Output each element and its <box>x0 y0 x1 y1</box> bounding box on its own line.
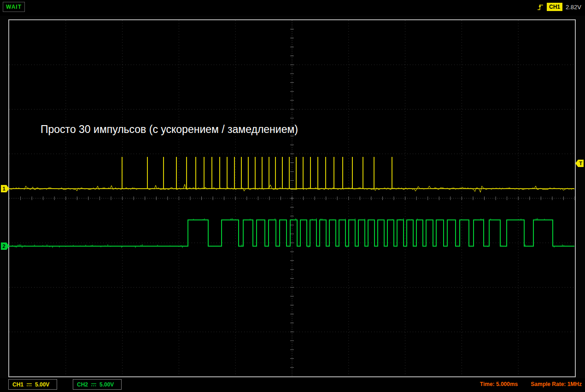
top-status-bar: WAIT CH1 2.82V <box>0 0 585 16</box>
ch1-dc-coupling-icon <box>26 382 32 387</box>
annotation-text: Просто 30 импульсов (с ускорением / заме… <box>41 123 298 136</box>
trigger-edge-icon <box>537 3 544 11</box>
trigger-level-marker: T <box>575 160 584 167</box>
acquisition-status: WAIT <box>3 2 25 12</box>
waveform-display: Просто 30 импульсов (с ускорением / заме… <box>8 19 576 377</box>
trigger-source-badge: CH1 <box>547 3 562 11</box>
ch1-volts-per-div: 5.00V <box>35 381 49 388</box>
bottom-readout-bar: CH1 5.00V CH2 5.00V Time: 5.000ms Sample… <box>0 378 585 392</box>
trigger-level-readout: 2.82V <box>566 4 581 11</box>
timebase-group: Time: 5.000ms Sample Rate: 1MHz <box>480 381 582 387</box>
graticule-and-traces <box>9 20 575 376</box>
ch2-dc-coupling-icon <box>91 382 97 387</box>
sample-rate-readout: Sample Rate: 1MHz <box>531 381 582 387</box>
ch2-label: CH2 <box>77 381 88 388</box>
ch1-label: CH1 <box>12 381 23 388</box>
ch1-settings-box: CH1 5.00V <box>8 379 57 390</box>
ch2-volts-per-div: 5.00V <box>99 381 114 388</box>
oscilloscope-screen: WAIT CH1 2.82V Просто 30 импульсов (с ус… <box>0 0 585 392</box>
ch2-settings-box: CH2 5.00V <box>73 379 122 390</box>
trigger-readout-group: CH1 2.82V <box>537 2 581 12</box>
timebase-readout: Time: 5.000ms <box>480 381 518 387</box>
